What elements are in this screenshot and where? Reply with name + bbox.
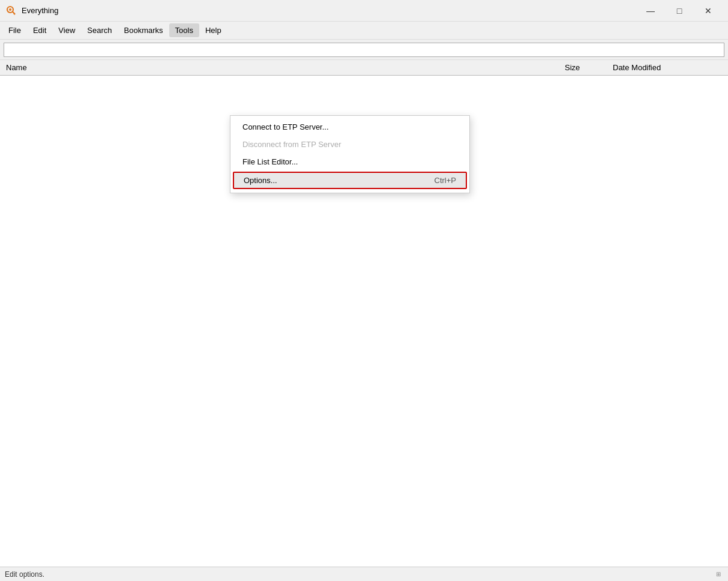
disconnect-etp-label: Disconnect from ETP Server — [242, 140, 341, 149]
connect-etp-label: Connect to ETP Server... — [242, 122, 329, 131]
resize-grip-icon: ⊞ — [714, 570, 723, 579]
menu-connect-etp[interactable]: Connect to ETP Server... — [230, 118, 469, 136]
menu-bar: File Edit View Search Bookmarks Tools He… — [0, 22, 728, 40]
minimize-button[interactable]: — — [637, 2, 664, 19]
svg-point-1 — [9, 8, 11, 11]
menu-options[interactable]: Options... Ctrl+P — [233, 172, 467, 189]
close-button[interactable]: ✕ — [694, 2, 722, 19]
maximize-button[interactable]: □ — [666, 2, 693, 19]
menu-search[interactable]: Search — [81, 23, 118, 37]
menu-bookmarks[interactable]: Bookmarks — [118, 23, 169, 37]
search-bar — [0, 40, 728, 60]
column-header: Name Size Date Modified — [0, 60, 728, 76]
main-content: Connect to ETP Server... Disconnect from… — [0, 76, 728, 567]
tools-dropdown-menu: Connect to ETP Server... Disconnect from… — [230, 115, 470, 193]
title-bar-controls: — □ ✕ — [637, 2, 722, 19]
status-text: Edit options. — [5, 570, 44, 579]
title-bar: Everything — □ ✕ — [0, 0, 728, 22]
app-title: Everything — [22, 6, 58, 15]
menu-file-list-editor[interactable]: File List Editor... — [230, 153, 469, 170]
col-date-header: Date Modified — [610, 63, 706, 72]
col-size-header: Size — [562, 63, 610, 72]
menu-tools[interactable]: Tools — [169, 23, 199, 37]
menu-edit[interactable]: Edit — [27, 23, 52, 37]
menu-view[interactable]: View — [52, 23, 81, 37]
menu-disconnect-etp: Disconnect from ETP Server — [230, 136, 469, 153]
options-shortcut: Ctrl+P — [435, 176, 456, 185]
col-name-header: Name — [4, 63, 562, 72]
menu-file[interactable]: File — [2, 23, 27, 37]
search-input[interactable] — [4, 43, 724, 57]
menu-help[interactable]: Help — [199, 23, 227, 37]
options-label: Options... — [244, 176, 277, 185]
status-bar: Edit options. ⊞ — [0, 567, 728, 581]
file-list-editor-label: File List Editor... — [242, 157, 298, 166]
app-icon — [6, 5, 17, 16]
title-bar-left: Everything — [6, 5, 58, 16]
